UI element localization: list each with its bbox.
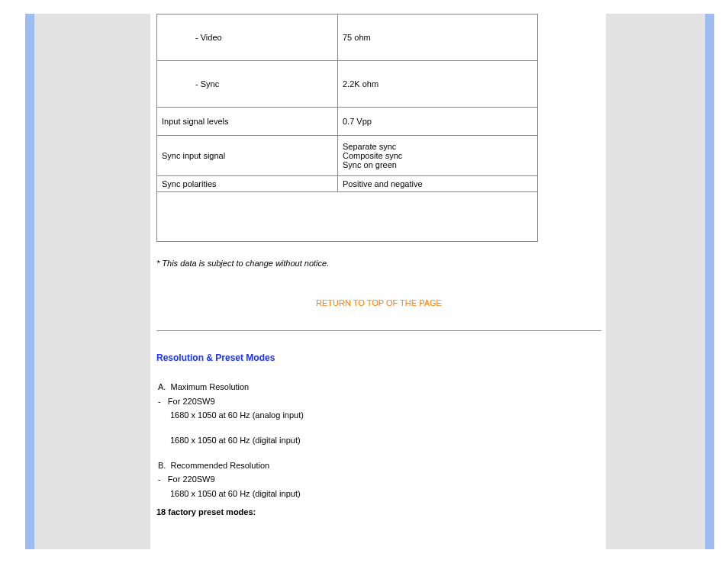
spec-label: Sync polarities xyxy=(157,176,338,192)
list-item: A. Maximum Resolution xyxy=(158,380,601,394)
divider xyxy=(156,330,601,331)
spec-label: Input signal levels xyxy=(157,108,338,136)
list-item: - For 220SW9 xyxy=(158,394,601,409)
table-row: Sync polarities Positive and negative xyxy=(157,176,538,192)
spec-label: Sync input signal xyxy=(157,136,338,176)
sidebar-left xyxy=(34,14,150,549)
return-top-link-wrap: RETURN TO TOP OF THE PAGE xyxy=(156,298,601,307)
preset-modes-heading: 18 factory preset modes: xyxy=(156,507,601,516)
list-detail: 1680 x 1050 at 60 Hz (digital input) xyxy=(170,433,601,448)
return-top-link[interactable]: RETURN TO TOP OF THE PAGE xyxy=(316,298,442,307)
table-row: - Video 75 ohm xyxy=(157,14,538,61)
list-title: Recommended Resolution xyxy=(171,461,270,470)
footnote: * This data is subject to change without… xyxy=(156,259,601,268)
spec-value: Separate sync Composite sync Sync on gre… xyxy=(338,136,538,176)
spec-value: 75 ohm xyxy=(338,14,538,61)
spec-value: 0.7 Vpp xyxy=(338,108,538,136)
sidebar-right xyxy=(606,14,705,549)
list-detail: 1680 x 1050 at 60 Hz (digital input) xyxy=(170,487,601,501)
list-letter: A. xyxy=(158,382,166,391)
list-detail: 1680 x 1050 at 60 Hz (analog input) xyxy=(170,408,601,423)
main-content: - Video 75 ohm - Sync 2.2K ohm Input sig… xyxy=(150,14,606,549)
spec-table: - Video 75 ohm - Sync 2.2K ohm Input sig… xyxy=(156,14,538,242)
list-item: B. Recommended Resolution xyxy=(158,458,601,473)
list-letter: B. xyxy=(158,461,166,470)
spec-blank xyxy=(157,192,538,242)
spec-value: Positive and negative xyxy=(338,176,538,192)
section-title: Resolution & Preset Modes xyxy=(156,352,601,363)
decorative-bar-left xyxy=(25,14,34,549)
spec-label: - Video xyxy=(157,14,338,61)
table-row: Input signal levels 0.7 Vpp xyxy=(157,108,538,136)
list-item: - For 220SW9 xyxy=(158,472,601,487)
decorative-bar-right xyxy=(705,14,714,549)
table-row xyxy=(157,192,538,242)
spec-value: 2.2K ohm xyxy=(338,61,538,108)
spec-label: - Sync xyxy=(157,61,338,108)
list-for: For 220SW9 xyxy=(168,397,215,406)
list-for: For 220SW9 xyxy=(168,475,215,484)
table-row: Sync input signal Separate sync Composit… xyxy=(157,136,538,176)
resolution-list: A. Maximum Resolution - For 220SW9 1680 … xyxy=(156,380,601,501)
page-root: - Video 75 ohm - Sync 2.2K ohm Input sig… xyxy=(0,0,728,563)
list-title: Maximum Resolution xyxy=(171,382,250,391)
table-row: - Sync 2.2K ohm xyxy=(157,61,538,108)
